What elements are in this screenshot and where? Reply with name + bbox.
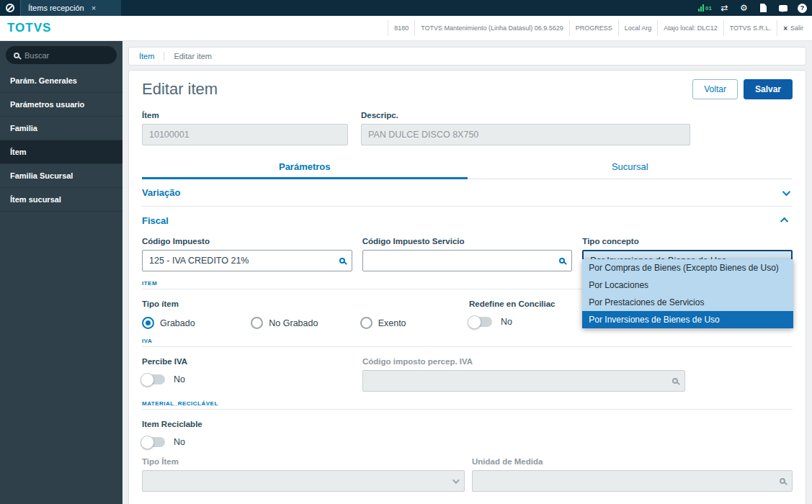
chevron-up-icon [780,217,788,225]
app-header: TOTVS 8180 TOTVS Mantenimiento (Linha Da… [0,16,812,41]
dropdown-option[interactable]: Por Locaciones [582,276,793,294]
chevron-down-icon [782,187,790,195]
codigo-impuesto-servicio-label: Código Impuesto Servicio [362,237,573,246]
top-bar: Ítems recepción × 01 ⇄ ⚙ ? [0,0,812,16]
group-label-iva: IVA [142,338,793,344]
lookup-icon[interactable] [339,258,345,264]
divider [142,409,793,410]
env-product: TOTVS Mantenimiento (Linha Datasul) 06.9… [414,20,568,36]
item-reciclable-label: Item Reciclable [142,420,793,428]
radio-icon [360,317,372,329]
radio-label: No Grabado [269,318,318,328]
lookup-icon[interactable] [559,258,565,264]
tab-label: Ítems recepción [28,4,84,12]
sidebar-item-familia[interactable]: Familia [0,117,122,140]
descripc-field: PAN DULCE DISCO 8X750 [361,124,690,145]
signal-status-icon[interactable]: 01 [695,0,715,16]
sidebar-item-familia-sucursal[interactable]: Familia Sucursal [0,164,122,188]
sidebar-item-label: Parám. Generales [10,76,77,85]
sidebar-item-param-generales[interactable]: Parám. Generales [0,69,122,93]
exit-label: Salir [790,24,803,32]
breadcrumb: Ítem Editar item [128,47,806,66]
section-variacao[interactable]: Variação [142,179,793,207]
tab-close-icon[interactable]: × [92,4,96,12]
unidad-medida-input [472,470,793,492]
prohibition-icon[interactable] [6,4,14,12]
search-input[interactable] [24,51,109,60]
exit-button[interactable]: × Salir [777,20,809,36]
gear-icon[interactable]: ⚙ [734,0,754,16]
sidebar-item-label: Ítem [10,148,27,156]
breadcrumb-item-link[interactable]: Ítem [139,52,154,60]
radio-selected-icon [142,317,154,329]
section-variacao-label: Variação [142,187,181,198]
env-database: PROGRESS [569,20,618,36]
dropdown-option-selected[interactable]: Por Inversiones de Bienes de Uso [582,311,793,328]
sidebar-item-label: Parámetros usuario [10,100,84,109]
signal-bars-icon [698,4,704,12]
exit-icon: × [783,24,788,32]
document-glyph [760,4,767,12]
env-company: TOTVS S.R.L. [723,20,777,36]
codigo-percep-input [362,370,685,392]
sidebar-item-label: Familia [10,124,37,132]
document-icon[interactable] [754,0,773,16]
tipo-concepto-label: Tipo concepto [582,237,793,246]
environment-info-bar: 8180 TOTVS Mantenimiento (Linha Datasul)… [388,20,809,36]
percibe-iva-toggle[interactable] [142,374,165,384]
back-button[interactable]: Voltar [692,79,738,99]
lookup-icon-disabled [672,378,678,384]
tipo-item-select [142,470,465,492]
radio-no-grabado[interactable]: No Grabado [251,317,360,329]
redefine-conciliac-toggle[interactable] [469,317,492,327]
chat-icon[interactable] [773,0,793,16]
main-area: Ítem Editar item Editar item Voltar Salv… [122,41,812,504]
tab-strip: Parámetros Sucursal [142,157,793,179]
toggle-state-label: No [501,317,512,327]
chat-glyph [779,5,788,12]
radio-label: Grabado [160,318,195,328]
codigo-impuesto-value: 125 - IVA CREDITO 21% [149,256,249,266]
env-locale: Local Arg [618,20,658,36]
radio-exento[interactable]: Exento [360,317,469,329]
toggle-state-label: No [174,437,185,447]
shuffle-icon[interactable]: ⇄ [715,0,734,16]
sidebar-item-item-sucursal[interactable]: Ítem sucursal [0,188,122,212]
codigo-percep-label: Código imposto percep. IVA [362,357,685,366]
dropdown-option[interactable]: Por Prestaciones de Servicios [582,294,793,311]
top-icons: 01 ⇄ ⚙ ? [695,0,812,16]
open-tab-items-recepcion[interactable]: Ítems recepción × [20,0,121,16]
breadcrumb-current: Editar item [174,52,212,60]
env-shortcut: Atajo local: DLC12 [657,20,723,36]
dropdown-option[interactable]: Por Compras de Bienes (Excepto Bienes de… [582,259,793,276]
sidebar-item-label: Familia Sucursal [10,171,73,180]
group-label-material: MATERIAL_RECICLÁVEL [142,400,793,407]
item-reciclable-toggle[interactable] [142,437,165,447]
tipo-item-select-label: Tipo Ítem [142,457,465,466]
tab-sucursal[interactable]: Sucursal [468,157,793,179]
sidebar: Parám. Generales Parámetros usuario Fami… [0,41,122,504]
help-icon[interactable]: ? [793,0,812,16]
edit-item-card: Editar item Voltar Salvar Ítem 10100001 … [128,70,806,504]
sidebar-item-parametros-usuario[interactable]: Parámetros usuario [0,93,122,117]
lookup-icon-disabled [780,478,785,484]
search-box[interactable] [6,46,117,64]
totvs-logo: TOTVS [7,21,51,35]
section-fiscal[interactable]: Fiscal [142,207,793,234]
codigo-impuesto-input[interactable]: 125 - IVA CREDITO 21% [142,250,352,271]
sidebar-item-label: Ítem sucursal [10,195,61,204]
section-fiscal-label: Fiscal [142,215,169,226]
codigo-impuesto-servicio-input[interactable] [362,250,573,271]
sidebar-item-item[interactable]: Ítem [0,140,122,164]
tab-parametros[interactable]: Parámetros [142,157,468,179]
save-button[interactable]: Salvar [744,79,793,99]
codigo-impuesto-label: Código Impuesto [142,237,352,246]
sidebar-search [0,41,122,69]
tipo-concepto-dropdown: Por Compras de Bienes (Excepto Bienes de… [582,259,793,328]
tipo-item-label: Tipo ítem [142,300,469,308]
chevron-down-icon-disabled [452,477,460,484]
signal-count: 01 [705,5,712,12]
tipo-item-radio-group: Grabado No Grabado Exento [142,317,469,329]
radio-grabado[interactable]: Grabado [142,317,251,329]
help-glyph: ? [798,4,807,13]
